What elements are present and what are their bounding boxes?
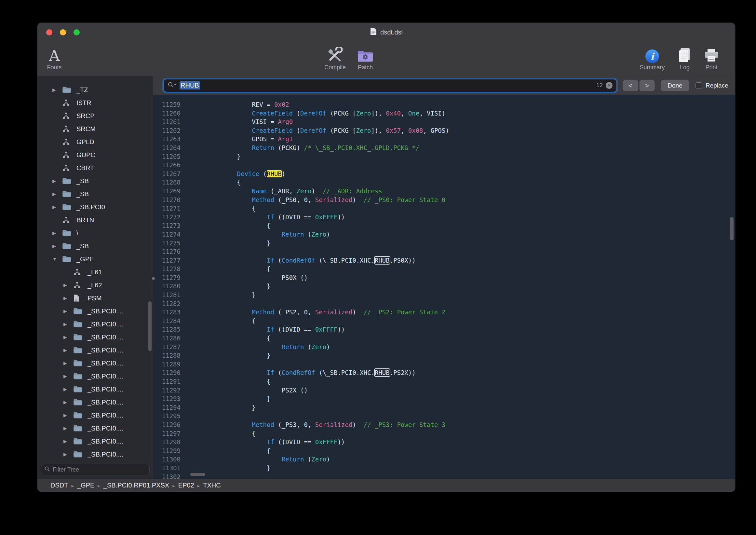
folder-icon [73,424,83,432]
code-line: 11294 } [153,403,735,412]
disclosure-right-icon[interactable]: ▶ [64,334,73,340]
tree-item-_sbpci0[interactable]: ▶ _SB.PCI0.... [38,344,153,357]
code-line: 11281 } [153,291,735,299]
tree-item-srcm[interactable]: SRCM [38,122,153,135]
tree-item-istr[interactable]: ISTR [38,96,153,109]
folder-icon [73,333,83,341]
tree-item-_sb[interactable]: ▶ _SB [38,174,153,187]
breadcrumb-item[interactable]: EP02 [178,482,194,489]
disclosure-right-icon[interactable]: ▶ [52,178,62,183]
breadcrumb-item[interactable]: DSDT [50,482,68,489]
editor-vertical-scrollbar[interactable] [730,217,734,240]
tree-item-_sbpci0[interactable]: ▶ _SB.PCI0 [38,201,153,213]
tree-item-_sbpci0[interactable]: ▶ _SB.PCI0.... [38,409,153,422]
disclosure-right-icon[interactable]: ▶ [64,361,73,366]
tree-item-_sbpci0[interactable]: ▶ _SB.PCI0.... [38,422,153,435]
tree-item-label: GUPC [76,151,95,159]
code-line: 11275 } [153,239,735,248]
folder-icon [73,372,83,380]
tree-item-srcp[interactable]: SRCP [38,109,153,122]
replace-label: Replace [706,82,728,89]
disclosure-right-icon[interactable]: ▶ [52,204,62,210]
filter-input[interactable] [53,466,146,473]
tree-item-_sbpci0[interactable]: ▶ _SB.PCI0.... [38,318,153,331]
tree-item-_sbpci0[interactable]: ▶ _SB.PCI0.... [38,383,153,396]
search-query[interactable]: RHUB [179,81,200,90]
sidebar-tree[interactable]: ▶ _TZ ISTR SRCP SRCM GPLD GUPC CBRT▶ _SB… [38,76,153,461]
summary-button[interactable]: i Summary [636,43,668,71]
folder-icon [73,450,83,458]
disclosure-right-icon[interactable]: ▶ [64,282,73,288]
code-line: 11277 If (CondRefOf (\_SB.PCI0.XHC.RHUB.… [153,256,735,265]
tree-item-_sbpci0[interactable]: ▶ _SB.PCI0.... [38,305,153,318]
clear-search-icon[interactable]: ✕ [606,82,612,89]
tree-item-_sb[interactable]: ▶ _SB [38,239,153,253]
disclosure-right-icon[interactable]: ▶ [64,413,73,418]
breadcrumb-item[interactable]: _SB.PCI0.RP01.PXSX [103,482,169,489]
editor-horizontal-scrollbar[interactable] [190,473,205,476]
done-button[interactable]: Done [661,80,689,91]
disclosure-down-icon[interactable]: ▼ [52,256,62,262]
tree-item-[interactable]: ▶ \ [38,227,153,239]
replace-option: Replace [695,82,728,89]
editor[interactable]: 11259 REV = 0x0211260 CreateField (Deref… [153,95,735,479]
tree-item-_sbpci0[interactable]: ▶ _SB.PCI0.... [38,370,153,383]
disclosure-right-icon[interactable]: ▶ [64,308,73,314]
disclosure-right-icon[interactable]: ▶ [52,230,62,236]
code-line: 11263 GPOS = Arg1 [153,135,735,144]
line-number: 11296 [153,420,186,429]
log-button[interactable]: Log [672,43,698,71]
tree-item-_gpe[interactable]: ▼ _GPE [38,253,153,266]
breadcrumb-item[interactable]: TXHC [203,482,221,489]
tree-item-_sbpci0[interactable]: ▶ _SB.PCI0.... [38,435,153,448]
disclosure-right-icon[interactable]: ▶ [64,452,73,457]
disclosure-right-icon[interactable]: ▶ [64,387,73,392]
print-button[interactable]: Print [698,43,724,71]
tree-item-_l62[interactable]: ▶ _L62 [38,279,153,292]
line-number: 11295 [153,412,186,420]
breadcrumb-item[interactable]: _GPE [77,482,94,489]
disclosure-right-icon[interactable]: ▶ [64,426,73,431]
tree-item-brtn[interactable]: BRTN [38,213,153,227]
tree-item-_sbpci0[interactable]: ▶ _SB.PCI0.... [38,396,153,409]
tree-item-gupc[interactable]: GUPC [38,148,153,161]
disclosure-right-icon[interactable]: ▶ [64,322,73,327]
disclosure-right-icon[interactable]: ▶ [64,439,73,444]
code-text: If (CondRefOf (\_SB.PCI0.XHC.RHUB.PS2X)) [186,368,416,377]
folder-icon [62,177,72,185]
replace-checkbox[interactable] [695,82,702,89]
tree-item-_l61[interactable]: _L61 [38,266,153,279]
disclosure-right-icon[interactable]: ▶ [64,296,73,301]
code-line: 11274 Return (Zero) [153,230,735,239]
tree-item-psm[interactable]: ▶ PSM [38,292,153,305]
line-number: 11281 [153,291,186,299]
tree-item-_sb[interactable]: ▶ _SB [38,187,153,201]
find-previous-button[interactable]: < [623,80,638,91]
disclosure-right-icon[interactable]: ▶ [64,400,73,405]
code-line: 11299 { [153,446,735,455]
disclosure-right-icon[interactable]: ▶ [52,191,62,197]
disclosure-right-icon[interactable]: ▶ [52,243,62,249]
disclosure-right-icon[interactable]: ▶ [64,348,73,353]
pane-resize-handle[interactable] [152,277,155,280]
code-line: 11276 [153,247,735,256]
code-text: If ((DVID == 0xFFFF)) [186,213,345,222]
tree-item-_sbpci0[interactable]: ▶ _SB.PCI0.... [38,331,153,344]
sidebar-scrollbar[interactable] [148,301,151,351]
tree-item-_sbpci0[interactable]: ▶ _SB.PCI0.... [38,448,153,461]
tree-item-cbrt[interactable]: CBRT [38,161,153,174]
line-number: 11265 [153,152,186,161]
disclosure-right-icon[interactable]: ▶ [52,87,62,93]
find-next-button[interactable]: > [639,80,655,91]
patch-button[interactable]: Patch [347,43,383,71]
tree-item-_tz[interactable]: ▶ _TZ [38,83,153,96]
titlebar[interactable]: dsdt.dsl [38,23,735,42]
search-menu-icon[interactable] [168,82,176,90]
tree-item-gpld[interactable]: GPLD [38,135,153,148]
fonts-button[interactable]: A Fonts [40,43,68,71]
search-field[interactable]: RHUB 12 ✕ [164,79,616,92]
filter-field[interactable] [40,464,149,475]
tree-item-_sbpci0[interactable]: ▶ _SB.PCI0.... [38,357,153,370]
disclosure-right-icon[interactable]: ▶ [64,374,73,379]
statusbar: DSDT▸_GPE▸_SB.PCI0.RP01.PXSX▸EP02▸TXHC [38,479,735,492]
